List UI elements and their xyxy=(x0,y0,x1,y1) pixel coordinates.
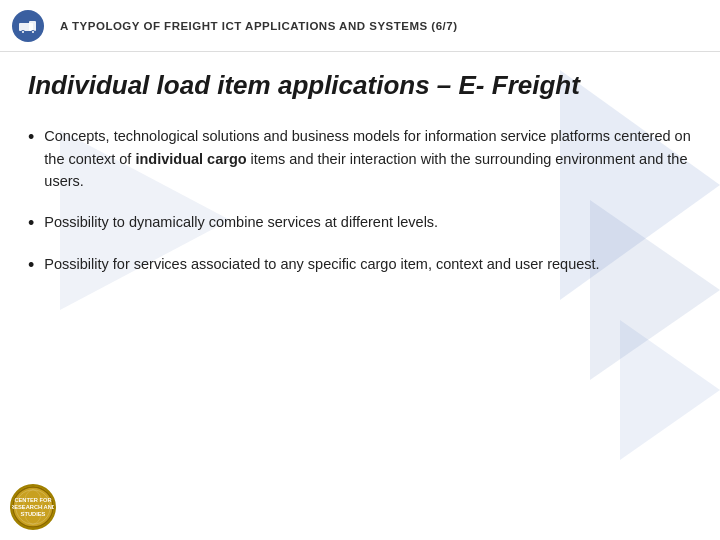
svg-point-9 xyxy=(22,31,24,33)
bullet-item-2: • Possibility to dynamically combine ser… xyxy=(28,211,692,235)
svg-text:CENTER FOR: CENTER FOR xyxy=(14,497,52,503)
slide: A TYPOLOGY OF FREIGHT ICT APPLICATIONS A… xyxy=(0,0,720,540)
bullet-text-3: Possibility for services associated to a… xyxy=(44,253,692,275)
bold-individual-cargo: individual cargo xyxy=(135,151,246,167)
footer: CENTER FOR RESEARCH AND STUDIES xyxy=(10,484,56,530)
svg-point-10 xyxy=(32,31,34,33)
bullet-item-1: • Concepts, technological solutions and … xyxy=(28,125,692,192)
bullet-item-3: • Possibility for services associated to… xyxy=(28,253,692,277)
bullet-dot-3: • xyxy=(28,254,34,277)
svg-rect-6 xyxy=(29,21,36,31)
main-content: Individual load item applications – E- F… xyxy=(0,52,720,313)
slide-heading: Individual load item applications – E- F… xyxy=(28,70,692,101)
footer-logo: CENTER FOR RESEARCH AND STUDIES xyxy=(10,484,56,530)
bullet-text-1: Concepts, technological solutions and bu… xyxy=(44,125,692,192)
logo-icon xyxy=(12,10,44,42)
svg-text:RESEARCH AND: RESEARCH AND xyxy=(12,504,54,510)
header-title: A TYPOLOGY OF FREIGHT ICT APPLICATIONS A… xyxy=(60,20,458,32)
bullet-list: • Concepts, technological solutions and … xyxy=(28,125,692,277)
bullet-dot-1: • xyxy=(28,126,34,149)
svg-marker-2 xyxy=(620,320,720,460)
bullet-dot-2: • xyxy=(28,212,34,235)
header: A TYPOLOGY OF FREIGHT ICT APPLICATIONS A… xyxy=(0,0,720,52)
bullet-text-2: Possibility to dynamically combine servi… xyxy=(44,211,692,233)
logo-area xyxy=(12,10,44,42)
